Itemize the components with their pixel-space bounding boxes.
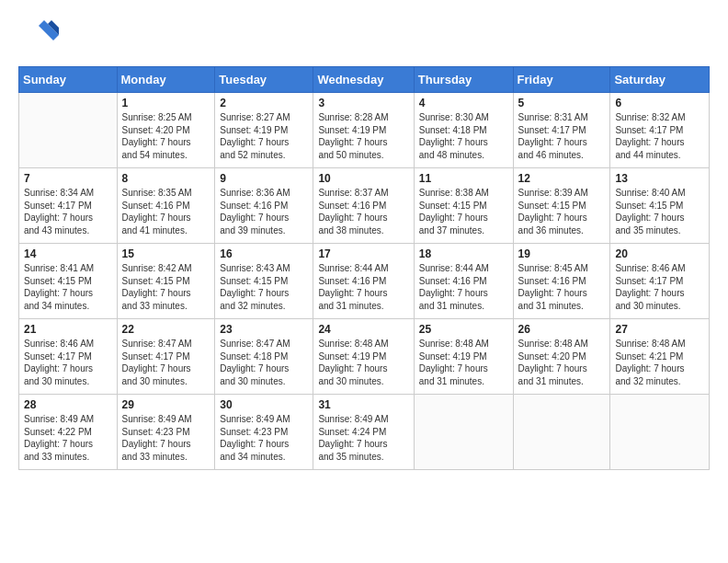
calendar-cell: 27Sunrise: 8:48 AM Sunset: 4:21 PM Dayli… bbox=[610, 319, 710, 395]
calendar-cell: 25Sunrise: 8:48 AM Sunset: 4:19 PM Dayli… bbox=[414, 319, 513, 395]
day-number: 31 bbox=[318, 398, 408, 411]
calendar-week-row: 28Sunrise: 8:49 AM Sunset: 4:22 PM Dayli… bbox=[19, 395, 710, 470]
day-info: Sunrise: 8:48 AM Sunset: 4:19 PM Dayligh… bbox=[318, 338, 408, 387]
day-number: 6 bbox=[615, 97, 704, 109]
calendar-cell: 7Sunrise: 8:34 AM Sunset: 4:17 PM Daylig… bbox=[19, 168, 118, 244]
weekday-header-row: SundayMondayTuesdayWednesdayThursdayFrid… bbox=[19, 67, 710, 93]
calendar-cell: 16Sunrise: 8:43 AM Sunset: 4:15 PM Dayli… bbox=[215, 244, 313, 319]
day-info: Sunrise: 8:44 AM Sunset: 4:16 PM Dayligh… bbox=[419, 262, 508, 312]
day-number: 27 bbox=[615, 323, 704, 336]
calendar-cell: 23Sunrise: 8:47 AM Sunset: 4:18 PM Dayli… bbox=[215, 319, 313, 395]
day-number: 10 bbox=[318, 172, 408, 185]
day-number: 17 bbox=[318, 247, 408, 260]
day-info: Sunrise: 8:49 AM Sunset: 4:23 PM Dayligh… bbox=[122, 413, 210, 463]
day-number: 20 bbox=[615, 247, 704, 260]
day-info: Sunrise: 8:39 AM Sunset: 4:15 PM Dayligh… bbox=[518, 187, 606, 236]
day-info: Sunrise: 8:27 AM Sunset: 4:19 PM Dayligh… bbox=[220, 111, 308, 161]
day-info: Sunrise: 8:36 AM Sunset: 4:16 PM Dayligh… bbox=[220, 187, 308, 236]
logo bbox=[18, 15, 63, 55]
day-number: 5 bbox=[518, 97, 606, 109]
day-info: Sunrise: 8:35 AM Sunset: 4:16 PM Dayligh… bbox=[122, 187, 210, 236]
day-info: Sunrise: 8:49 AM Sunset: 4:24 PM Dayligh… bbox=[318, 413, 408, 463]
day-number: 1 bbox=[122, 97, 210, 109]
page: SundayMondayTuesdayWednesdayThursdayFrid… bbox=[0, 0, 728, 563]
calendar-cell bbox=[19, 93, 118, 168]
day-number: 8 bbox=[122, 172, 210, 185]
day-info: Sunrise: 8:42 AM Sunset: 4:15 PM Dayligh… bbox=[122, 262, 210, 312]
weekday-header-wednesday: Wednesday bbox=[313, 67, 414, 93]
day-number: 15 bbox=[122, 247, 210, 260]
calendar-cell: 8Sunrise: 8:35 AM Sunset: 4:16 PM Daylig… bbox=[117, 168, 215, 244]
calendar-week-row: 21Sunrise: 8:46 AM Sunset: 4:17 PM Dayli… bbox=[19, 319, 710, 395]
day-info: Sunrise: 8:48 AM Sunset: 4:20 PM Dayligh… bbox=[518, 338, 606, 387]
day-number: 23 bbox=[220, 323, 308, 336]
calendar-cell: 2Sunrise: 8:27 AM Sunset: 4:19 PM Daylig… bbox=[215, 93, 313, 168]
calendar-cell: 17Sunrise: 8:44 AM Sunset: 4:16 PM Dayli… bbox=[313, 244, 414, 319]
day-info: Sunrise: 8:45 AM Sunset: 4:16 PM Dayligh… bbox=[518, 262, 606, 312]
day-number: 30 bbox=[220, 398, 308, 411]
calendar-cell bbox=[513, 395, 610, 470]
day-number: 7 bbox=[24, 172, 112, 185]
day-info: Sunrise: 8:48 AM Sunset: 4:19 PM Dayligh… bbox=[419, 338, 508, 387]
calendar-cell: 28Sunrise: 8:49 AM Sunset: 4:22 PM Dayli… bbox=[19, 395, 118, 470]
calendar-cell: 22Sunrise: 8:47 AM Sunset: 4:17 PM Dayli… bbox=[117, 319, 215, 395]
day-number: 18 bbox=[419, 247, 508, 260]
calendar-cell: 6Sunrise: 8:32 AM Sunset: 4:17 PM Daylig… bbox=[610, 93, 710, 168]
day-info: Sunrise: 8:32 AM Sunset: 4:17 PM Dayligh… bbox=[615, 111, 704, 161]
day-info: Sunrise: 8:41 AM Sunset: 4:15 PM Dayligh… bbox=[24, 262, 112, 312]
calendar-cell: 29Sunrise: 8:49 AM Sunset: 4:23 PM Dayli… bbox=[117, 395, 215, 470]
day-number: 29 bbox=[122, 398, 210, 411]
weekday-header-tuesday: Tuesday bbox=[215, 67, 313, 93]
weekday-header-saturday: Saturday bbox=[610, 67, 710, 93]
calendar-cell: 24Sunrise: 8:48 AM Sunset: 4:19 PM Dayli… bbox=[313, 319, 414, 395]
weekday-header-friday: Friday bbox=[513, 67, 610, 93]
day-number: 28 bbox=[24, 398, 112, 411]
day-info: Sunrise: 8:46 AM Sunset: 4:17 PM Dayligh… bbox=[24, 338, 112, 387]
day-info: Sunrise: 8:49 AM Sunset: 4:22 PM Dayligh… bbox=[24, 413, 112, 463]
day-info: Sunrise: 8:30 AM Sunset: 4:18 PM Dayligh… bbox=[419, 111, 508, 161]
calendar-cell bbox=[610, 395, 710, 470]
day-number: 16 bbox=[220, 247, 308, 260]
weekday-header-monday: Monday bbox=[117, 67, 215, 93]
day-info: Sunrise: 8:48 AM Sunset: 4:21 PM Dayligh… bbox=[615, 338, 704, 387]
calendar-cell: 1Sunrise: 8:25 AM Sunset: 4:20 PM Daylig… bbox=[117, 93, 215, 168]
day-number: 9 bbox=[220, 172, 308, 185]
day-number: 22 bbox=[122, 323, 210, 336]
day-info: Sunrise: 8:31 AM Sunset: 4:17 PM Dayligh… bbox=[518, 111, 606, 161]
day-info: Sunrise: 8:37 AM Sunset: 4:16 PM Dayligh… bbox=[318, 187, 408, 236]
calendar-cell: 13Sunrise: 8:40 AM Sunset: 4:15 PM Dayli… bbox=[610, 168, 710, 244]
day-number: 25 bbox=[419, 323, 508, 336]
day-number: 26 bbox=[518, 323, 606, 336]
day-number: 24 bbox=[318, 323, 408, 336]
day-info: Sunrise: 8:47 AM Sunset: 4:18 PM Dayligh… bbox=[220, 338, 308, 387]
calendar-cell: 31Sunrise: 8:49 AM Sunset: 4:24 PM Dayli… bbox=[313, 395, 414, 470]
day-info: Sunrise: 8:43 AM Sunset: 4:15 PM Dayligh… bbox=[220, 262, 308, 312]
day-number: 14 bbox=[24, 247, 112, 260]
weekday-header-thursday: Thursday bbox=[414, 67, 513, 93]
calendar-cell: 19Sunrise: 8:45 AM Sunset: 4:16 PM Dayli… bbox=[513, 244, 610, 319]
calendar-cell: 30Sunrise: 8:49 AM Sunset: 4:23 PM Dayli… bbox=[215, 395, 313, 470]
day-info: Sunrise: 8:25 AM Sunset: 4:20 PM Dayligh… bbox=[122, 111, 210, 161]
calendar-cell: 4Sunrise: 8:30 AM Sunset: 4:18 PM Daylig… bbox=[414, 93, 513, 168]
day-info: Sunrise: 8:49 AM Sunset: 4:23 PM Dayligh… bbox=[220, 413, 308, 463]
day-number: 21 bbox=[24, 323, 112, 336]
day-number: 4 bbox=[419, 97, 508, 109]
calendar-cell: 14Sunrise: 8:41 AM Sunset: 4:15 PM Dayli… bbox=[19, 244, 118, 319]
calendar-table: SundayMondayTuesdayWednesdayThursdayFrid… bbox=[18, 66, 710, 470]
day-info: Sunrise: 8:46 AM Sunset: 4:17 PM Dayligh… bbox=[615, 262, 704, 312]
day-info: Sunrise: 8:28 AM Sunset: 4:19 PM Dayligh… bbox=[318, 111, 408, 161]
calendar-cell: 20Sunrise: 8:46 AM Sunset: 4:17 PM Dayli… bbox=[610, 244, 710, 319]
calendar-cell: 3Sunrise: 8:28 AM Sunset: 4:19 PM Daylig… bbox=[313, 93, 414, 168]
day-info: Sunrise: 8:47 AM Sunset: 4:17 PM Dayligh… bbox=[122, 338, 210, 387]
weekday-header-sunday: Sunday bbox=[19, 67, 118, 93]
calendar-cell: 9Sunrise: 8:36 AM Sunset: 4:16 PM Daylig… bbox=[215, 168, 313, 244]
day-info: Sunrise: 8:38 AM Sunset: 4:15 PM Dayligh… bbox=[419, 187, 508, 236]
calendar-cell: 10Sunrise: 8:37 AM Sunset: 4:16 PM Dayli… bbox=[313, 168, 414, 244]
calendar-cell: 26Sunrise: 8:48 AM Sunset: 4:20 PM Dayli… bbox=[513, 319, 610, 395]
calendar-week-row: 7Sunrise: 8:34 AM Sunset: 4:17 PM Daylig… bbox=[19, 168, 710, 244]
calendar-cell: 15Sunrise: 8:42 AM Sunset: 4:15 PM Dayli… bbox=[117, 244, 215, 319]
day-info: Sunrise: 8:34 AM Sunset: 4:17 PM Dayligh… bbox=[24, 187, 112, 236]
calendar-week-row: 1Sunrise: 8:25 AM Sunset: 4:20 PM Daylig… bbox=[19, 93, 710, 168]
day-number: 11 bbox=[419, 172, 508, 185]
day-number: 3 bbox=[318, 97, 408, 109]
